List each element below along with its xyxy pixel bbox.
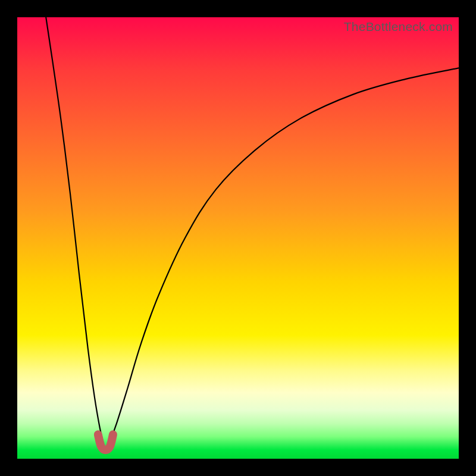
chart-frame: TheBottleneck.com: [0, 0, 476, 476]
curve-right-branch: [105, 68, 459, 450]
curve-left-branch: [46, 17, 105, 450]
plot-area: TheBottleneck.com: [17, 17, 459, 459]
cup-marker: [98, 434, 113, 450]
chart-svg: [17, 17, 459, 459]
